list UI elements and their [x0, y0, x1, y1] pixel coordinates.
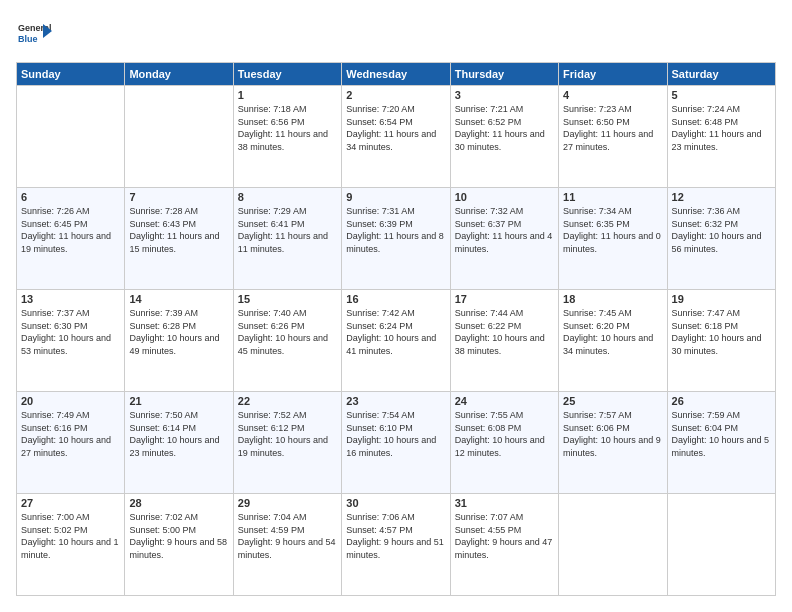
header: General Blue	[16, 16, 776, 52]
day-cell: 4Sunrise: 7:23 AM Sunset: 6:50 PM Daylig…	[559, 86, 667, 188]
week-row-0: 1Sunrise: 7:18 AM Sunset: 6:56 PM Daylig…	[17, 86, 776, 188]
day-number: 24	[455, 395, 554, 407]
day-cell: 27Sunrise: 7:00 AM Sunset: 5:02 PM Dayli…	[17, 494, 125, 596]
day-number: 17	[455, 293, 554, 305]
day-info: Sunrise: 7:50 AM Sunset: 6:14 PM Dayligh…	[129, 409, 228, 459]
day-cell: 16Sunrise: 7:42 AM Sunset: 6:24 PM Dayli…	[342, 290, 450, 392]
day-cell: 21Sunrise: 7:50 AM Sunset: 6:14 PM Dayli…	[125, 392, 233, 494]
day-info: Sunrise: 7:44 AM Sunset: 6:22 PM Dayligh…	[455, 307, 554, 357]
day-cell: 11Sunrise: 7:34 AM Sunset: 6:35 PM Dayli…	[559, 188, 667, 290]
day-info: Sunrise: 7:00 AM Sunset: 5:02 PM Dayligh…	[21, 511, 120, 561]
page: General Blue SundayMondayTuesdayWednesda…	[0, 0, 792, 612]
weekday-wednesday: Wednesday	[342, 63, 450, 86]
day-cell: 15Sunrise: 7:40 AM Sunset: 6:26 PM Dayli…	[233, 290, 341, 392]
day-number: 30	[346, 497, 445, 509]
day-cell: 17Sunrise: 7:44 AM Sunset: 6:22 PM Dayli…	[450, 290, 558, 392]
day-cell: 13Sunrise: 7:37 AM Sunset: 6:30 PM Dayli…	[17, 290, 125, 392]
logo-svg: General Blue	[16, 16, 52, 52]
day-number: 8	[238, 191, 337, 203]
day-cell	[125, 86, 233, 188]
day-number: 29	[238, 497, 337, 509]
day-info: Sunrise: 7:59 AM Sunset: 6:04 PM Dayligh…	[672, 409, 771, 459]
day-cell: 14Sunrise: 7:39 AM Sunset: 6:28 PM Dayli…	[125, 290, 233, 392]
day-cell: 23Sunrise: 7:54 AM Sunset: 6:10 PM Dayli…	[342, 392, 450, 494]
day-cell: 12Sunrise: 7:36 AM Sunset: 6:32 PM Dayli…	[667, 188, 775, 290]
day-cell: 26Sunrise: 7:59 AM Sunset: 6:04 PM Dayli…	[667, 392, 775, 494]
day-info: Sunrise: 7:20 AM Sunset: 6:54 PM Dayligh…	[346, 103, 445, 153]
logo: General Blue	[16, 16, 56, 52]
weekday-saturday: Saturday	[667, 63, 775, 86]
day-info: Sunrise: 7:23 AM Sunset: 6:50 PM Dayligh…	[563, 103, 662, 153]
day-cell: 28Sunrise: 7:02 AM Sunset: 5:00 PM Dayli…	[125, 494, 233, 596]
day-info: Sunrise: 7:02 AM Sunset: 5:00 PM Dayligh…	[129, 511, 228, 561]
day-info: Sunrise: 7:47 AM Sunset: 6:18 PM Dayligh…	[672, 307, 771, 357]
day-cell: 6Sunrise: 7:26 AM Sunset: 6:45 PM Daylig…	[17, 188, 125, 290]
week-row-2: 13Sunrise: 7:37 AM Sunset: 6:30 PM Dayli…	[17, 290, 776, 392]
week-row-4: 27Sunrise: 7:00 AM Sunset: 5:02 PM Dayli…	[17, 494, 776, 596]
day-cell: 20Sunrise: 7:49 AM Sunset: 6:16 PM Dayli…	[17, 392, 125, 494]
day-cell: 24Sunrise: 7:55 AM Sunset: 6:08 PM Dayli…	[450, 392, 558, 494]
day-info: Sunrise: 7:42 AM Sunset: 6:24 PM Dayligh…	[346, 307, 445, 357]
day-cell: 18Sunrise: 7:45 AM Sunset: 6:20 PM Dayli…	[559, 290, 667, 392]
day-number: 21	[129, 395, 228, 407]
day-number: 20	[21, 395, 120, 407]
day-number: 11	[563, 191, 662, 203]
calendar-table: SundayMondayTuesdayWednesdayThursdayFrid…	[16, 62, 776, 596]
day-cell: 8Sunrise: 7:29 AM Sunset: 6:41 PM Daylig…	[233, 188, 341, 290]
day-number: 5	[672, 89, 771, 101]
day-info: Sunrise: 7:06 AM Sunset: 4:57 PM Dayligh…	[346, 511, 445, 561]
day-number: 13	[21, 293, 120, 305]
day-info: Sunrise: 7:24 AM Sunset: 6:48 PM Dayligh…	[672, 103, 771, 153]
day-info: Sunrise: 7:31 AM Sunset: 6:39 PM Dayligh…	[346, 205, 445, 255]
day-number: 27	[21, 497, 120, 509]
day-info: Sunrise: 7:07 AM Sunset: 4:55 PM Dayligh…	[455, 511, 554, 561]
svg-text:Blue: Blue	[18, 34, 38, 44]
day-number: 1	[238, 89, 337, 101]
day-info: Sunrise: 7:40 AM Sunset: 6:26 PM Dayligh…	[238, 307, 337, 357]
day-number: 15	[238, 293, 337, 305]
day-number: 4	[563, 89, 662, 101]
weekday-monday: Monday	[125, 63, 233, 86]
day-cell: 9Sunrise: 7:31 AM Sunset: 6:39 PM Daylig…	[342, 188, 450, 290]
day-number: 12	[672, 191, 771, 203]
day-info: Sunrise: 7:52 AM Sunset: 6:12 PM Dayligh…	[238, 409, 337, 459]
day-number: 19	[672, 293, 771, 305]
day-info: Sunrise: 7:54 AM Sunset: 6:10 PM Dayligh…	[346, 409, 445, 459]
day-number: 2	[346, 89, 445, 101]
day-cell: 22Sunrise: 7:52 AM Sunset: 6:12 PM Dayli…	[233, 392, 341, 494]
day-info: Sunrise: 7:37 AM Sunset: 6:30 PM Dayligh…	[21, 307, 120, 357]
day-number: 10	[455, 191, 554, 203]
day-info: Sunrise: 7:36 AM Sunset: 6:32 PM Dayligh…	[672, 205, 771, 255]
day-number: 7	[129, 191, 228, 203]
day-info: Sunrise: 7:18 AM Sunset: 6:56 PM Dayligh…	[238, 103, 337, 153]
day-info: Sunrise: 7:21 AM Sunset: 6:52 PM Dayligh…	[455, 103, 554, 153]
day-cell: 3Sunrise: 7:21 AM Sunset: 6:52 PM Daylig…	[450, 86, 558, 188]
day-number: 23	[346, 395, 445, 407]
day-number: 22	[238, 395, 337, 407]
day-number: 3	[455, 89, 554, 101]
weekday-thursday: Thursday	[450, 63, 558, 86]
weekday-sunday: Sunday	[17, 63, 125, 86]
day-cell: 5Sunrise: 7:24 AM Sunset: 6:48 PM Daylig…	[667, 86, 775, 188]
day-cell: 10Sunrise: 7:32 AM Sunset: 6:37 PM Dayli…	[450, 188, 558, 290]
day-info: Sunrise: 7:45 AM Sunset: 6:20 PM Dayligh…	[563, 307, 662, 357]
day-info: Sunrise: 7:49 AM Sunset: 6:16 PM Dayligh…	[21, 409, 120, 459]
day-info: Sunrise: 7:29 AM Sunset: 6:41 PM Dayligh…	[238, 205, 337, 255]
weekday-friday: Friday	[559, 63, 667, 86]
day-number: 16	[346, 293, 445, 305]
week-row-1: 6Sunrise: 7:26 AM Sunset: 6:45 PM Daylig…	[17, 188, 776, 290]
day-cell: 1Sunrise: 7:18 AM Sunset: 6:56 PM Daylig…	[233, 86, 341, 188]
day-number: 26	[672, 395, 771, 407]
day-cell	[667, 494, 775, 596]
day-cell	[17, 86, 125, 188]
day-cell: 30Sunrise: 7:06 AM Sunset: 4:57 PM Dayli…	[342, 494, 450, 596]
day-info: Sunrise: 7:55 AM Sunset: 6:08 PM Dayligh…	[455, 409, 554, 459]
day-info: Sunrise: 7:04 AM Sunset: 4:59 PM Dayligh…	[238, 511, 337, 561]
day-cell: 19Sunrise: 7:47 AM Sunset: 6:18 PM Dayli…	[667, 290, 775, 392]
day-info: Sunrise: 7:34 AM Sunset: 6:35 PM Dayligh…	[563, 205, 662, 255]
day-info: Sunrise: 7:28 AM Sunset: 6:43 PM Dayligh…	[129, 205, 228, 255]
day-info: Sunrise: 7:26 AM Sunset: 6:45 PM Dayligh…	[21, 205, 120, 255]
day-cell: 25Sunrise: 7:57 AM Sunset: 6:06 PM Dayli…	[559, 392, 667, 494]
day-cell: 7Sunrise: 7:28 AM Sunset: 6:43 PM Daylig…	[125, 188, 233, 290]
day-info: Sunrise: 7:32 AM Sunset: 6:37 PM Dayligh…	[455, 205, 554, 255]
